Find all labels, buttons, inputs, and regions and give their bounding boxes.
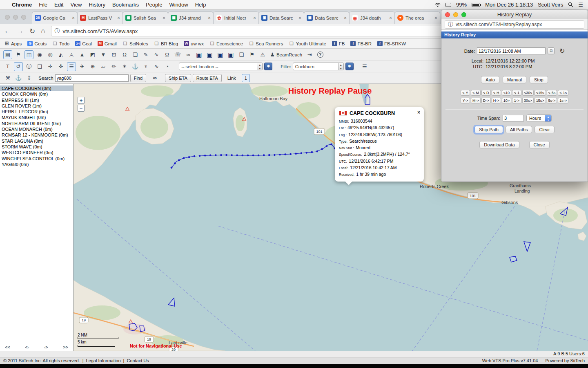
active-app-name[interactable]: Chrome (12, 2, 32, 8)
vessel-list-item[interactable]: EMPRESS III (1m) (0, 97, 73, 103)
draw-icon[interactable]: ✎ (141, 50, 150, 59)
vessel-list-item[interactable]: WESTCO PIONEER (0m) (0, 150, 73, 155)
page-count-badge[interactable]: 1 (242, 74, 250, 82)
vessel-list-item[interactable]: HERB L LEDCOR (0m) (0, 109, 73, 114)
step-forward-button[interactable]: 30s> (522, 98, 534, 103)
list-icon[interactable]: ☰ (67, 62, 76, 71)
wifi-icon[interactable] (435, 2, 441, 7)
step-back-button[interactable]: <-1s (558, 90, 568, 96)
bookmark-item[interactable]: ❏ Sea Runners (249, 41, 283, 46)
bookmark-item[interactable]: f FB (332, 41, 345, 46)
vessel-list-item[interactable]: NORTH ARM DILIGENT (0m) (0, 121, 73, 126)
step-back-button[interactable]: <-D (481, 90, 491, 96)
columns-icon[interactable]: ◫ (24, 50, 33, 59)
browser-tab[interactable]: ▦ Salish Sea × (122, 11, 168, 24)
browser-tab[interactable]: ▣ Data Searc × (304, 11, 350, 24)
tab-close-icon[interactable]: × (253, 15, 256, 21)
calendar-picker-icon[interactable]: ⊞ (548, 47, 555, 54)
pager-button[interactable]: << (5, 345, 10, 351)
filter-funnel-icon[interactable]: ▼ (99, 50, 108, 59)
step-forward-button[interactable]: 1-> (512, 98, 521, 103)
close-button[interactable]: Close (529, 141, 550, 148)
replay-title-bar[interactable]: History Replay (441, 10, 588, 19)
flag-icon[interactable]: ⚑ (247, 50, 256, 59)
bookmark-item[interactable]: 24 Gcal (75, 41, 92, 46)
tab-close-icon[interactable]: × (389, 15, 392, 21)
vessel-list-item[interactable]: WINCHELSEA CONTROL (0m) (0, 156, 73, 162)
step-forward-button[interactable]: D-> (481, 98, 491, 103)
tab-close-icon[interactable]: × (163, 15, 165, 21)
pencil-icon[interactable]: ✏ (109, 62, 118, 71)
close-window-icon[interactable] (5, 15, 10, 20)
replay-mode-button[interactable]: Stop (530, 76, 548, 83)
filter-select[interactable]: Cockburn ▲▼ (293, 63, 344, 70)
menu-item[interactable]: View (70, 2, 82, 8)
step-forward-button[interactable]: 15s> (535, 98, 546, 103)
bookmark-item[interactable]: ❏ Youth Ultimate (289, 41, 326, 46)
tab-close-icon[interactable]: × (208, 15, 211, 21)
undo-icon[interactable]: ↺ (14, 62, 23, 71)
plane-icon[interactable]: ✈ (78, 62, 87, 71)
menu-item[interactable]: Window (169, 2, 188, 8)
spotlight-search-icon[interactable] (568, 2, 573, 7)
triangle-zone-icon[interactable]: ◬ (67, 50, 76, 59)
polygon-area-icon[interactable]: ◭ (56, 50, 65, 59)
replay-mode-button[interactable]: Manual (503, 76, 526, 83)
pushpin-icon[interactable]: ✜ (56, 62, 65, 71)
browser-tab[interactable]: ▣ Data Searc × (258, 11, 304, 24)
step-back-button[interactable]: <-M (471, 90, 481, 96)
ship-eta-button[interactable]: Ship ETA (165, 74, 191, 82)
camera-4-icon[interactable]: ▣ (226, 50, 235, 59)
step-forward-button[interactable]: Y-> (461, 98, 470, 103)
pager-button[interactable]: <- (25, 345, 29, 351)
menu-item[interactable]: People (146, 2, 162, 8)
location-go-button[interactable]: ✱ (264, 63, 272, 70)
browser-tab[interactable]: ◉ J34 death × (349, 11, 395, 24)
alarm-bell-icon[interactable]: Ω (163, 50, 172, 59)
bookmark-item[interactable]: G Gcuts (27, 41, 47, 46)
page-info-icon[interactable]: ⓘ (55, 27, 60, 35)
bookmark-item[interactable]: M Gmail (98, 41, 117, 46)
user-icon[interactable]: ♟BeamReach (269, 50, 303, 59)
bookmark-item[interactable]: ⊞ Apps (4, 41, 22, 46)
step-forward-button[interactable]: M-> (471, 98, 481, 103)
menu-item[interactable]: Bookmarks (112, 2, 139, 8)
note-icon[interactable]: ❑ (35, 62, 44, 71)
back-icon[interactable]: ← (4, 27, 11, 35)
display-icon[interactable] (445, 3, 451, 7)
clock-icon[interactable]: ◔ (163, 62, 172, 71)
refresh-icon[interactable]: ↻ (559, 47, 565, 55)
menu-clock[interactable]: Mon Dec 26 1:18:13 (485, 2, 533, 8)
contact-link[interactable]: Contact Us (127, 358, 149, 363)
page-info-icon[interactable]: ⓘ (448, 21, 453, 28)
battery-icon[interactable] (472, 3, 480, 7)
step-back-button[interactable]: <10 (502, 90, 511, 96)
close-window-icon[interactable] (445, 12, 450, 17)
bookmark-item[interactable]: f FB-SRKW (377, 41, 406, 46)
timespan-input[interactable] (503, 115, 524, 121)
layers-icon[interactable]: ▤ (3, 50, 12, 59)
zoom-in-button[interactable]: + (78, 97, 85, 104)
anchor-icon[interactable]: ⚓ (131, 62, 140, 71)
tab-close-icon[interactable]: × (298, 15, 301, 21)
vessel-list-item[interactable]: GLEN ROVER (1m) (0, 103, 73, 109)
step-back-button[interactable]: <-H (492, 90, 501, 96)
save-icon[interactable]: ↧ (24, 74, 33, 83)
text-tool-icon[interactable]: T (3, 62, 12, 71)
link-chain-icon[interactable]: ∞ (184, 50, 193, 59)
bell-icon[interactable]: Ω (120, 50, 129, 59)
browser-tab[interactable]: M LastPass V × (77, 11, 123, 24)
menu-item[interactable]: History (89, 2, 105, 8)
binoculars-icon[interactable]: ∞ (150, 74, 159, 83)
target-icon[interactable]: ⊕ (88, 62, 97, 71)
menu-item[interactable]: File (39, 2, 47, 8)
bookmark-item[interactable]: f FB-BR (350, 41, 372, 46)
vessel-list-item[interactable]: MAYUK KNIGHT (0m) (0, 114, 73, 120)
warning-icon[interactable]: ⚠ (258, 50, 267, 59)
tools-icon[interactable]: ⚒ (3, 74, 12, 83)
replay-omnibox[interactable]: ⓘ vts.siitech.com/VTS/HistoryReplay.aspx (445, 20, 584, 29)
minimize-window-icon[interactable] (13, 15, 18, 20)
help-icon[interactable]: ? (316, 50, 325, 59)
phone-icon[interactable]: ☏ (173, 50, 182, 59)
vessel-list-item[interactable]: RCMSAR 12 - KENMOORE (0m) (0, 132, 73, 138)
